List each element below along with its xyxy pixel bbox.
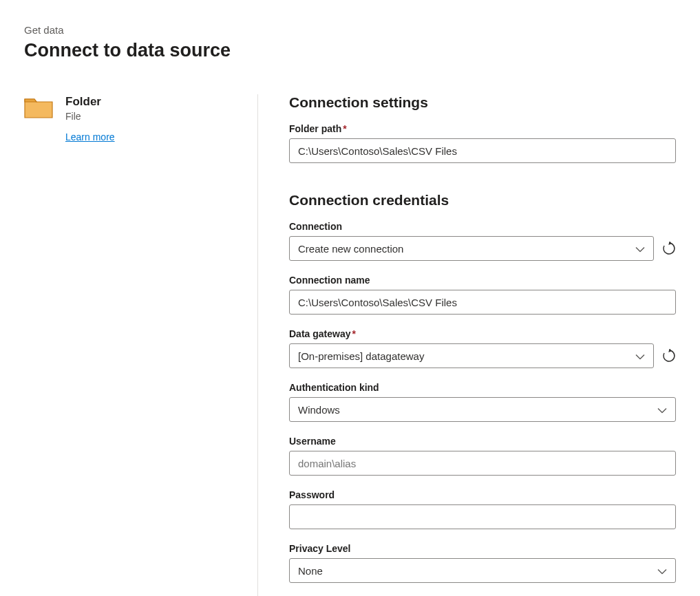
source-panel: Folder File Learn more — [24, 94, 258, 596]
chevron-down-icon — [635, 243, 645, 255]
folder-path-label: Folder path* — [289, 123, 676, 134]
connection-settings-title: Connection settings — [289, 94, 676, 111]
folder-path-input[interactable] — [289, 138, 676, 163]
privacy-level-label: Privacy Level — [289, 543, 676, 554]
connection-name-label: Connection name — [289, 275, 676, 286]
username-input[interactable] — [289, 451, 676, 476]
connection-label: Connection — [289, 221, 676, 232]
form-panel: Connection settings Folder path* Connect… — [258, 94, 676, 596]
connection-select[interactable]: Create new connection — [289, 236, 654, 261]
gateway-refresh-button[interactable] — [662, 349, 676, 363]
chevron-down-icon — [635, 350, 645, 362]
privacy-level-select[interactable]: None — [289, 558, 676, 583]
connection-credentials-title: Connection credentials — [289, 192, 676, 209]
username-label: Username — [289, 436, 676, 447]
breadcrumb: Get data — [24, 24, 676, 36]
chevron-down-icon — [657, 565, 667, 577]
source-item: Folder File Learn more — [24, 94, 244, 142]
password-input[interactable] — [289, 504, 676, 529]
chevron-down-icon — [657, 404, 667, 416]
connection-name-input[interactable] — [289, 290, 676, 315]
folder-icon — [24, 96, 53, 119]
auth-kind-select[interactable]: Windows — [289, 397, 676, 422]
page-title: Connect to data source — [24, 40, 676, 61]
source-type: File — [65, 111, 115, 122]
password-label: Password — [289, 489, 676, 500]
auth-kind-label: Authentication kind — [289, 382, 676, 393]
data-gateway-select[interactable]: [On-premises] datagateway — [289, 343, 654, 368]
connection-refresh-button[interactable] — [662, 242, 676, 255]
data-gateway-label: Data gateway* — [289, 328, 676, 339]
source-name: Folder — [65, 94, 115, 109]
learn-more-link[interactable]: Learn more — [65, 131, 115, 142]
